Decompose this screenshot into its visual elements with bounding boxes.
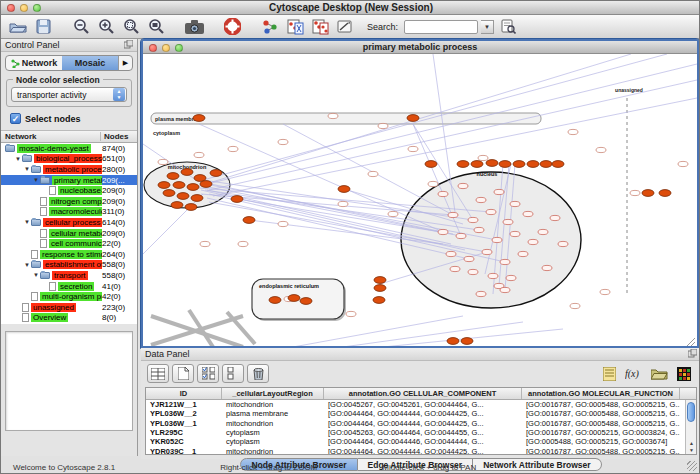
- birds-eye-view[interactable]: [5, 331, 133, 431]
- network-node[interactable]: [510, 201, 520, 206]
- network-node[interactable]: [374, 277, 386, 284]
- network-node[interactable]: [300, 298, 312, 305]
- network-node[interactable]: [278, 139, 288, 144]
- network-node[interactable]: [425, 161, 437, 168]
- network-node[interactable]: [450, 266, 460, 271]
- delete-attribute-icon[interactable]: [247, 364, 269, 383]
- table-row[interactable]: YDR039C__1mitochondrion[GO:0044464, GO:0…: [146, 446, 696, 455]
- network-node[interactable]: [630, 190, 640, 195]
- network-node[interactable]: [374, 285, 386, 292]
- network-node[interactable]: [407, 115, 419, 122]
- tree-col-nodes[interactable]: Nodes: [101, 132, 137, 141]
- network-node[interactable]: [328, 113, 338, 118]
- network-node[interactable]: [191, 195, 203, 202]
- tree-item[interactable]: macromolecule311(0): [1, 207, 137, 218]
- network-node[interactable]: [527, 161, 539, 168]
- float-data-panel-icon[interactable]: [688, 349, 697, 360]
- table-row[interactable]: YPL036W__2plasma membrane[GO:0044464, GO…: [146, 409, 696, 418]
- network-node[interactable]: [177, 193, 189, 200]
- network-node[interactable]: [518, 251, 528, 256]
- network-node[interactable]: [538, 229, 548, 234]
- network-node[interactable]: [528, 239, 538, 244]
- tree-col-network[interactable]: Network: [1, 132, 101, 141]
- tree-disclosure-icon[interactable]: ▼: [23, 166, 31, 172]
- tree-disclosure-icon[interactable]: ▼: [23, 262, 31, 268]
- network-canvas[interactable]: plasma membrane cytoplasm mitochondrion …: [143, 54, 697, 346]
- tree-item[interactable]: cellular metabo209(0): [1, 228, 137, 239]
- network-node[interactable]: [513, 161, 525, 168]
- table-row[interactable]: YJR121W__1mitochondrion[GO:0045267, GO:0…: [146, 400, 696, 409]
- tree-disclosure-icon[interactable]: ▼: [14, 156, 22, 162]
- help-icon[interactable]: [221, 17, 243, 37]
- network-node[interactable]: [158, 159, 168, 164]
- layout-network-icon[interactable]: [284, 17, 306, 37]
- vizmapper-icon[interactable]: [259, 17, 281, 37]
- open-file-icon[interactable]: [7, 17, 29, 37]
- notes-icon[interactable]: [598, 364, 620, 383]
- heatmap-icon[interactable]: [673, 364, 695, 383]
- scrollbar-thumb[interactable]: [687, 402, 695, 422]
- tree-item[interactable]: mosaic-demo-yeast874(0): [1, 143, 137, 154]
- network-node[interactable]: [486, 209, 496, 214]
- search-options-icon[interactable]: [497, 17, 519, 37]
- float-panel-icon[interactable]: [124, 40, 133, 51]
- network-node[interactable]: [243, 217, 255, 224]
- tree-item[interactable]: ▼metabolic process280(0): [1, 164, 137, 175]
- network-node[interactable]: [486, 160, 498, 167]
- network-node[interactable]: [210, 170, 222, 177]
- zoom-out-icon[interactable]: [70, 17, 92, 37]
- col-region[interactable]: _cellularLayoutRegion: [222, 388, 324, 399]
- network-node[interactable]: [187, 184, 199, 191]
- network-node[interactable]: [482, 249, 492, 254]
- network-node[interactable]: [642, 190, 654, 197]
- network-node[interactable]: [238, 241, 248, 246]
- network-node[interactable]: [194, 152, 204, 157]
- node-color-dropdown[interactable]: transporter activity ▲▼: [11, 87, 127, 102]
- tree-disclosure-icon[interactable]: ▼: [32, 272, 40, 278]
- network-node[interactable]: [558, 241, 568, 246]
- zoom-in-icon[interactable]: [95, 17, 117, 37]
- network-node[interactable]: [181, 169, 193, 176]
- network-node[interactable]: [458, 183, 468, 188]
- layout-region-icon[interactable]: [309, 17, 331, 37]
- network-node[interactable]: [447, 338, 459, 345]
- select-attributes-icon[interactable]: [197, 364, 219, 383]
- search-dropdown-icon[interactable]: ▼: [481, 20, 494, 34]
- network-node[interactable]: [461, 338, 473, 345]
- network-node[interactable]: [373, 297, 385, 304]
- zoom-fit-icon[interactable]: [145, 17, 167, 37]
- snapshot-icon[interactable]: [183, 17, 205, 37]
- tree-item[interactable]: response to stimul264(0): [1, 249, 137, 260]
- network-node[interactable]: [506, 275, 516, 280]
- network-node[interactable]: [550, 215, 560, 220]
- tree-item[interactable]: ▼biological_process651(0): [1, 154, 137, 165]
- network-node[interactable]: [492, 237, 502, 242]
- network-window-titlebar[interactable]: primary metabolic process: [143, 41, 697, 54]
- network-node[interactable]: [173, 182, 185, 189]
- col-id[interactable]: ID: [146, 388, 222, 399]
- network-node[interactable]: [596, 147, 606, 152]
- network-node[interactable]: [193, 115, 205, 122]
- network-node[interactable]: [167, 173, 179, 180]
- network-node[interactable]: [158, 182, 170, 189]
- network-node[interactable]: [428, 181, 438, 186]
- network-node[interactable]: [500, 287, 510, 292]
- network-node[interactable]: [488, 273, 498, 278]
- tab-network[interactable]: Network: [6, 56, 62, 70]
- network-node[interactable]: [456, 233, 466, 238]
- network-node[interactable]: [474, 227, 484, 232]
- network-node[interactable]: [503, 219, 513, 224]
- import-folder-icon[interactable]: [648, 364, 670, 383]
- table-row[interactable]: YKR052Ccytoplasm[GO:0044464, GO:0044446,…: [146, 437, 696, 446]
- network-node[interactable]: [438, 229, 448, 234]
- window-resize-grip[interactable]: [687, 461, 697, 471]
- network-node[interactable]: [338, 186, 350, 193]
- network-node[interactable]: [200, 241, 210, 246]
- network-node[interactable]: [540, 161, 552, 168]
- network-node[interactable]: [476, 291, 486, 296]
- network-node[interactable]: [448, 212, 458, 217]
- network-node[interactable]: [269, 297, 281, 304]
- network-node[interactable]: [446, 251, 456, 256]
- network-node[interactable]: [231, 196, 243, 203]
- network-node[interactable]: [457, 161, 469, 168]
